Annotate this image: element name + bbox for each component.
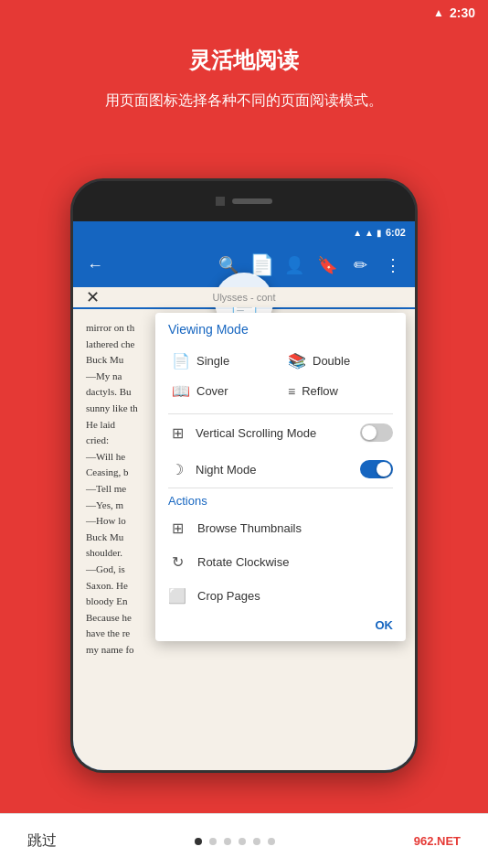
edit-button[interactable]: ✏ bbox=[347, 255, 373, 275]
viewing-mode-header: Viewing Mode bbox=[155, 313, 406, 342]
mode-reflow[interactable]: ≡ Reflow bbox=[281, 376, 397, 406]
main-title: 灵活地阅读 bbox=[189, 46, 299, 75]
night-mode-switch[interactable] bbox=[360, 460, 393, 478]
rotate-icon: ↻ bbox=[168, 553, 186, 571]
nav-dots bbox=[195, 838, 275, 845]
nav-dot-1[interactable] bbox=[195, 838, 202, 845]
phone-camera bbox=[216, 197, 225, 206]
phone-screen: ▲ ▲ ▮ 6:02 ← 🔍 📄 👤 🔖 ✏ ⋮ 📄 ✕ Ulysses - c… bbox=[73, 221, 415, 770]
more-button[interactable]: ⋮ bbox=[380, 255, 406, 275]
crop-icon: ⬜ bbox=[168, 587, 186, 605]
phone-status-bar: ▲ ▲ ▮ 6:02 bbox=[73, 221, 415, 243]
wifi-icon: ▲ bbox=[433, 6, 444, 19]
vertical-scroll-toggle-row[interactable]: ⊞ Vertical Scrolling Mode bbox=[155, 414, 406, 451]
browse-thumbnails-label: Browse Thumbnails bbox=[197, 521, 302, 535]
mode-double[interactable]: 📚 Double bbox=[281, 346, 397, 376]
nav-dot-4[interactable] bbox=[239, 838, 246, 845]
skip-button[interactable]: 跳过 bbox=[27, 831, 57, 851]
main-subtitle: 用页面图标选择各种不同的页面阅读模式。 bbox=[78, 90, 410, 112]
viewing-mode-panel: Viewing Mode 📄 Single 📚 Double 📖 Cover ≡ bbox=[155, 313, 406, 641]
thumbnails-icon: ⊞ bbox=[168, 520, 186, 537]
vertical-scroll-label: Vertical Scrolling Mode bbox=[196, 426, 360, 440]
ok-row: OK bbox=[155, 613, 406, 641]
bottom-nav: 跳过 962.NET bbox=[0, 813, 488, 868]
status-time: 2:30 bbox=[450, 5, 475, 20]
actions-header: Actions bbox=[155, 488, 406, 511]
phone-speaker-area bbox=[216, 197, 272, 206]
mode-reflow-label: Reflow bbox=[302, 384, 338, 398]
mode-double-label: Double bbox=[313, 354, 350, 368]
phone-battery-icon: ▮ bbox=[377, 228, 382, 238]
mode-single[interactable]: 📄 Single bbox=[164, 346, 281, 376]
mode-cover[interactable]: 📖 Cover bbox=[164, 376, 281, 406]
status-icons: ▲ bbox=[433, 6, 444, 19]
book-title: Ulysses - cont bbox=[212, 292, 275, 303]
phone-signal-icon: ▲ bbox=[365, 228, 374, 238]
night-mode-thumb bbox=[377, 462, 391, 477]
vertical-scroll-icon: ⊞ bbox=[168, 424, 186, 442]
phone-notch bbox=[73, 181, 415, 221]
nav-logo: 962.NET bbox=[414, 834, 461, 848]
rotate-clockwise-action[interactable]: ↻ Rotate Clockwise bbox=[155, 545, 406, 579]
night-mode-label: Night Mode bbox=[196, 463, 360, 477]
nav-dot-6[interactable] bbox=[268, 838, 275, 845]
phone-status-time: 6:02 bbox=[386, 227, 406, 238]
browse-thumbnails-action[interactable]: ⊞ Browse Thumbnails bbox=[155, 511, 406, 545]
night-mode-icon: ☽ bbox=[168, 461, 186, 478]
bookmark-button[interactable]: 🔖 bbox=[314, 255, 340, 275]
rotate-clockwise-label: Rotate Clockwise bbox=[197, 555, 289, 569]
vertical-scroll-thumb bbox=[362, 425, 377, 440]
back-button[interactable]: ← bbox=[82, 256, 108, 275]
ok-button[interactable]: OK bbox=[376, 618, 394, 632]
phone-mockup: ▲ ▲ ▮ 6:02 ← 🔍 📄 👤 🔖 ✏ ⋮ 📄 ✕ Ulysses - c… bbox=[70, 178, 418, 773]
night-mode-toggle-row[interactable]: ☽ Night Mode bbox=[155, 451, 406, 488]
viewing-modes-grid: 📄 Single 📚 Double 📖 Cover ≡ Reflow bbox=[155, 342, 406, 413]
nav-dot-3[interactable] bbox=[224, 838, 231, 845]
reflow-icon: ≡ bbox=[288, 384, 295, 399]
phone-wifi-icon: ▲ bbox=[353, 228, 362, 238]
nav-dot-2[interactable] bbox=[209, 838, 217, 845]
crop-pages-label: Crop Pages bbox=[197, 589, 260, 603]
status-bar: ▲ 2:30 bbox=[0, 0, 488, 26]
mode-single-label: Single bbox=[196, 354, 229, 368]
book-title-bar: Ulysses - cont bbox=[73, 287, 415, 307]
cover-icon: 📖 bbox=[172, 382, 190, 400]
mode-cover-label: Cover bbox=[196, 384, 228, 398]
close-button[interactable]: ✕ bbox=[86, 287, 100, 307]
phone-speaker bbox=[232, 198, 272, 204]
double-icon: 📚 bbox=[288, 352, 306, 370]
vertical-scroll-switch[interactable] bbox=[360, 423, 393, 442]
phone-status-icons: ▲ ▲ ▮ bbox=[353, 228, 382, 238]
person-button[interactable]: 👤 bbox=[281, 255, 307, 275]
single-icon: 📄 bbox=[172, 352, 190, 370]
crop-pages-action[interactable]: ⬜ Crop Pages bbox=[155, 579, 406, 613]
nav-dot-5[interactable] bbox=[253, 838, 260, 845]
